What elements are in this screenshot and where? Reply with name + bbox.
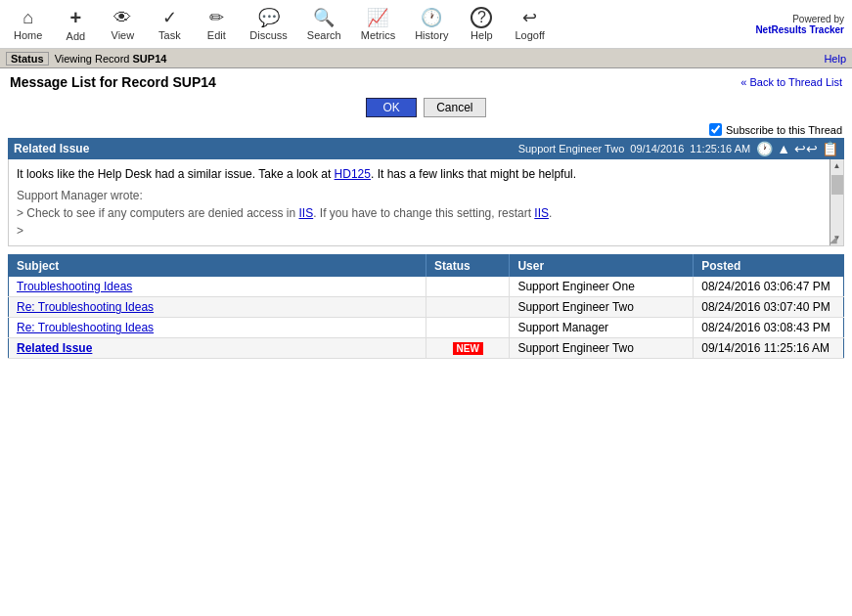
- col-status: Status: [426, 255, 510, 278]
- thread-body: It looks like the Help Desk had a simila…: [8, 159, 844, 246]
- scroll-up-arrow[interactable]: ▲: [830, 159, 843, 173]
- nav-edit-label: Edit: [207, 29, 226, 41]
- nav-task[interactable]: ✓ Task: [146, 5, 193, 44]
- hd125-link[interactable]: HD125: [335, 167, 371, 181]
- powered-by-text: Powered by: [792, 14, 844, 24]
- button-area: OK Cancel: [0, 94, 852, 121]
- message-text: It looks like the Help Desk had a simila…: [17, 165, 835, 183]
- nav-help-label: Help: [471, 29, 493, 41]
- table-header-row: Subject Status User Posted: [9, 255, 844, 278]
- up-arrow-icon[interactable]: ▲: [777, 141, 790, 156]
- ok-button[interactable]: OK: [366, 98, 416, 117]
- table-cell-subject: Re: Troubleshooting Ideas: [9, 297, 426, 318]
- metrics-icon: 📈: [367, 7, 388, 28]
- nav-metrics[interactable]: 📈 Metrics: [351, 5, 405, 44]
- table-cell-status: [426, 318, 510, 338]
- search-icon: 🔍: [313, 7, 335, 28]
- thread-list-container: Subject Status User Posted Troubleshooti…: [8, 254, 844, 359]
- home-icon: ⌂: [22, 8, 33, 28]
- thread-user: Support Engineer Two: [518, 143, 625, 154]
- table-cell-user: Support Engineer Two: [510, 297, 694, 318]
- edit-icon: ✏: [209, 7, 224, 28]
- scroll-thumb[interactable]: [831, 175, 843, 195]
- nav-home-label: Home: [14, 29, 42, 41]
- table-cell-status: [426, 277, 510, 297]
- subscribe-label: Subscribe to this Thread: [726, 124, 842, 136]
- table-row: Related IssueNEWSupport Engineer Two09/1…: [9, 338, 844, 359]
- clock-icon[interactable]: 🕐: [756, 141, 773, 156]
- subject-link[interactable]: Re: Troubleshooting Ideas: [17, 321, 154, 334]
- nav-discuss[interactable]: 💬 Discuss: [240, 5, 297, 44]
- reply-icon[interactable]: ↩↩: [794, 141, 818, 156]
- message-quote: Support Manager wrote: > Check to see if…: [17, 187, 835, 240]
- quote-line-2: >: [17, 222, 835, 240]
- table-cell-user: Support Manager: [510, 318, 694, 338]
- nav-search[interactable]: 🔍 Search: [297, 5, 351, 44]
- resize-handle[interactable]: ◢: [830, 232, 843, 245]
- nav-discuss-label: Discuss: [249, 29, 288, 41]
- help-icon: ?: [471, 7, 492, 28]
- subject-link[interactable]: Troubleshooting Ideas: [17, 280, 132, 293]
- forward-icon[interactable]: 📋: [822, 141, 838, 156]
- back-to-thread-list-link[interactable]: « Back to Thread List: [740, 76, 842, 88]
- subject-link[interactable]: Re: Troubleshooting Ideas: [17, 300, 154, 314]
- statusbar: Status Viewing Record SUP14 Help: [0, 49, 852, 68]
- powered-by-area: Powered by NetResults Tracker: [755, 14, 844, 35]
- table-cell-posted: 08/24/2016 03:06:47 PM: [694, 277, 844, 297]
- subject-link[interactable]: Related Issue: [17, 341, 92, 355]
- nav-add-label: Add: [67, 30, 86, 42]
- thread-actions: 🕐 ▲ ↩↩ 📋: [756, 141, 838, 156]
- nav-logoff[interactable]: ↩ Logoff: [505, 5, 554, 44]
- nav-history-label: History: [415, 29, 448, 41]
- new-badge: NEW: [453, 342, 483, 355]
- nav-help[interactable]: ? Help: [458, 5, 505, 44]
- thread-header-right: Support Engineer Two 09/14/2016 11:25:16…: [518, 141, 838, 156]
- nav-history[interactable]: 🕐 History: [405, 5, 458, 44]
- table-cell-subject: Re: Troubleshooting Ideas: [9, 318, 426, 338]
- statusbar-left: Status Viewing Record SUP14: [6, 52, 166, 66]
- nav-metrics-label: Metrics: [361, 29, 395, 41]
- table-cell-user: Support Engineer One: [510, 277, 694, 297]
- nav-view[interactable]: 👁 View: [99, 5, 146, 44]
- nav-edit[interactable]: ✏ Edit: [193, 5, 240, 44]
- page-header: Message List for Record SUP14 « Back to …: [0, 68, 852, 94]
- topbar: ⌂ Home + Add 👁 View ✓ Task ✏ Edit 💬 Disc…: [0, 0, 852, 49]
- nav-home[interactable]: ⌂ Home: [4, 5, 52, 44]
- table-row: Troubleshooting IdeasSupport Engineer On…: [9, 277, 844, 297]
- subscribe-line: Subscribe to this Thread: [0, 121, 852, 138]
- table-cell-posted: 09/14/2016 11:25:16 AM: [694, 338, 844, 359]
- task-icon: ✓: [162, 7, 177, 28]
- statusbar-help-link[interactable]: Help: [824, 53, 846, 65]
- cancel-button[interactable]: Cancel: [424, 98, 485, 117]
- quote-author: Support Manager wrote:: [17, 187, 835, 204]
- iis-link-2[interactable]: IIS: [534, 206, 549, 220]
- table-row: Re: Troubleshooting IdeasSupport Enginee…: [9, 297, 844, 318]
- col-user: User: [510, 255, 694, 278]
- col-subject: Subject: [9, 255, 426, 278]
- table-cell-posted: 08/24/2016 03:08:43 PM: [694, 318, 844, 338]
- status-badge: Status: [6, 52, 49, 66]
- record-id: SUP14: [133, 53, 167, 65]
- nav-items: ⌂ Home + Add 👁 View ✓ Task ✏ Edit 💬 Disc…: [4, 5, 755, 44]
- nav-view-label: View: [112, 29, 135, 41]
- history-icon: 🕐: [421, 7, 442, 28]
- col-posted: Posted: [694, 255, 844, 278]
- nav-task-label: Task: [158, 29, 181, 41]
- thread-table: Subject Status User Posted Troubleshooti…: [8, 254, 844, 359]
- subscribe-checkbox[interactable]: [709, 123, 722, 136]
- nav-logoff-label: Logoff: [515, 29, 544, 41]
- thread-date: 09/14/2016: [630, 143, 684, 154]
- thread-time: 11:25:16 AM: [690, 143, 750, 154]
- table-row: Re: Troubleshooting IdeasSupport Manager…: [9, 318, 844, 338]
- table-cell-posted: 08/24/2016 03:07:40 PM: [694, 297, 844, 318]
- viewing-text: Viewing Record SUP14: [55, 53, 167, 65]
- table-cell-subject: Related Issue: [9, 338, 426, 359]
- quote-line-1: > Check to see if any computers are deni…: [17, 204, 835, 222]
- thread-header: Related Issue Support Engineer Two 09/14…: [8, 138, 844, 159]
- table-cell-subject: Troubleshooting Ideas: [9, 277, 426, 297]
- thread-container: Related Issue Support Engineer Two 09/14…: [8, 138, 844, 246]
- nav-add[interactable]: + Add: [52, 5, 99, 44]
- page-title: Message List for Record SUP14: [10, 74, 216, 90]
- iis-link-1[interactable]: IIS: [299, 206, 314, 220]
- brand-link[interactable]: NetResults Tracker: [755, 24, 844, 35]
